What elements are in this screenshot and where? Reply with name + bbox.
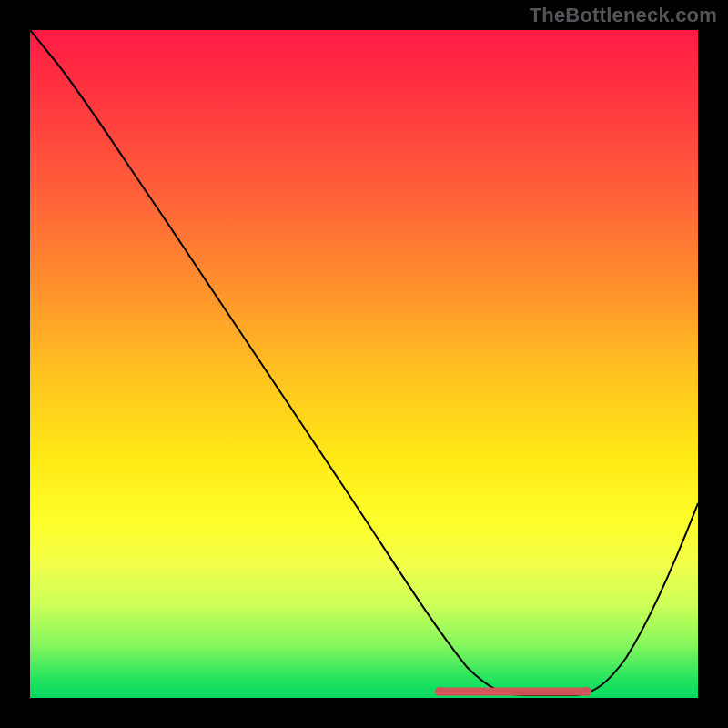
watermark-text: TheBottleneck.com — [530, 4, 717, 27]
plot-area — [30, 30, 698, 698]
bottleneck-curve — [30, 30, 698, 695]
optimal-range-end-dot — [582, 687, 592, 696]
chart-frame: TheBottleneck.com — [0, 0, 728, 728]
curve-svg — [30, 30, 698, 698]
optimal-range-start-dot — [435, 687, 444, 696]
